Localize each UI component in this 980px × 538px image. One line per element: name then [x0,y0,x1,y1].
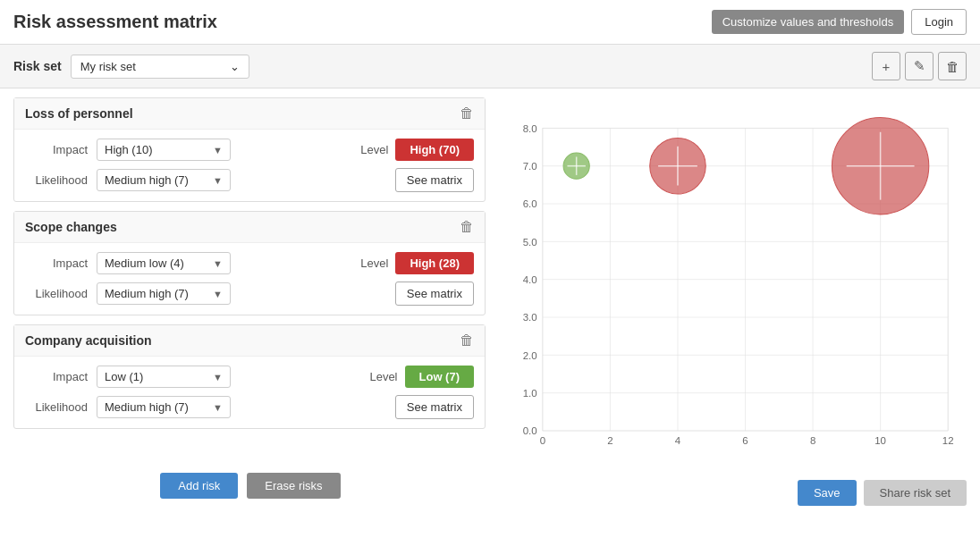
risk-set-label: Risk set [13,59,62,73]
add-risk-button[interactable]: Add risk [160,473,238,499]
likelihood-chevron-company-acquisition: ▼ [213,402,223,413]
likelihood-label-scope-changes: Likelihood [25,287,88,300]
svg-text:0: 0 [540,435,545,446]
impact-value-loss-of-personnel: High (10) [105,143,208,156]
impact-chevron-scope-changes: ▼ [213,258,223,269]
svg-text:5.0: 5.0 [523,237,537,248]
svg-text:7.0: 7.0 [523,161,537,172]
likelihood-chevron-scope-changes: ▼ [213,289,223,299]
svg-text:6: 6 [742,435,748,446]
svg-text:6.0: 6.0 [523,198,537,209]
impact-dropdown-loss-of-personnel[interactable]: High (10) ▼ [97,139,231,161]
erase-risks-button[interactable]: Erase risks [247,473,340,499]
impact-label-company-acquisition: Impact [25,370,88,383]
share-risk-set-button[interactable]: Share risk set [864,480,967,506]
risk-card-loss-of-personnel: Loss of personnel 🗑 Impact High (10) ▼ L… [13,97,486,202]
login-button[interactable]: Login [911,9,967,35]
risk-chart: 0246810120.01.02.03.04.05.06.07.08.0 [501,97,967,475]
level-badge-loss-of-personnel: High (70) [395,139,474,161]
see-matrix-loss-of-personnel[interactable]: See matrix [395,168,474,192]
delete-risk-scope-changes[interactable]: 🗑 [460,219,474,235]
impact-dropdown-company-acquisition[interactable]: Low (1) ▼ [97,366,231,388]
see-matrix-scope-changes[interactable]: See matrix [395,282,474,306]
risk-card-company-acquisition: Company acquisition 🗑 Impact Low (1) ▼ L… [13,324,486,429]
svg-text:8.0: 8.0 [523,123,537,134]
likelihood-chevron-loss-of-personnel: ▼ [213,175,223,186]
risk-title-scope-changes: Scope changes [25,220,117,234]
customize-button[interactable]: Customize values and thresholds [712,10,905,34]
level-badge-scope-changes: High (28) [395,252,474,274]
risk-title-company-acquisition: Company acquisition [25,333,152,348]
svg-text:12: 12 [942,435,954,446]
impact-chevron-company-acquisition: ▼ [213,372,223,382]
svg-text:10: 10 [874,435,886,446]
add-risk-set-button[interactable]: + [872,52,900,80]
impact-chevron-loss-of-personnel: ▼ [213,145,223,156]
likelihood-dropdown-loss-of-personnel[interactable]: Medium high (7) ▼ [97,169,231,191]
likelihood-label-loss-of-personnel: Likelihood [25,173,88,187]
impact-value-scope-changes: Medium low (4) [105,256,208,270]
save-button[interactable]: Save [798,480,857,506]
impact-label-scope-changes: Impact [25,256,88,270]
svg-text:4: 4 [675,435,681,446]
page-title: Risk assessment matrix [13,12,217,32]
likelihood-value-loss-of-personnel: Medium high (7) [105,173,208,187]
svg-text:0.0: 0.0 [523,425,537,436]
svg-text:8: 8 [810,435,815,446]
delete-risk-company-acquisition[interactable]: 🗑 [460,332,474,349]
chevron-down-icon: ⌄ [230,60,240,73]
risk-set-value: My risk set [80,60,223,73]
likelihood-value-scope-changes: Medium high (7) [105,287,208,300]
likelihood-dropdown-company-acquisition[interactable]: Medium high (7) ▼ [97,396,231,418]
delete-risk-loss-of-personnel[interactable]: 🗑 [460,105,474,122]
risk-set-dropdown[interactable]: My risk set ⌄ [71,55,249,79]
svg-text:3.0: 3.0 [523,312,537,323]
impact-value-company-acquisition: Low (1) [105,370,208,383]
svg-text:2: 2 [607,435,612,446]
impact-label-loss-of-personnel: Impact [25,143,88,156]
level-label-scope-changes: Level [325,256,388,270]
likelihood-label-company-acquisition: Likelihood [25,400,88,414]
svg-text:2.0: 2.0 [523,350,537,361]
see-matrix-company-acquisition[interactable]: See matrix [395,395,474,419]
svg-text:4.0: 4.0 [523,274,537,285]
edit-risk-set-button[interactable]: ✎ [905,52,934,80]
risk-title-loss-of-personnel: Loss of personnel [25,106,133,121]
likelihood-dropdown-scope-changes[interactable]: Medium high (7) ▼ [97,282,231,305]
svg-text:1.0: 1.0 [523,388,537,399]
level-label-loss-of-personnel: Level [325,143,388,156]
delete-risk-set-button[interactable]: 🗑 [938,52,967,80]
level-badge-company-acquisition: Low (7) [405,366,475,388]
level-label-company-acquisition: Level [335,370,398,383]
likelihood-value-company-acquisition: Medium high (7) [105,400,208,414]
impact-dropdown-scope-changes[interactable]: Medium low (4) ▼ [97,252,231,274]
risk-card-scope-changes: Scope changes 🗑 Impact Medium low (4) ▼ … [13,211,486,315]
